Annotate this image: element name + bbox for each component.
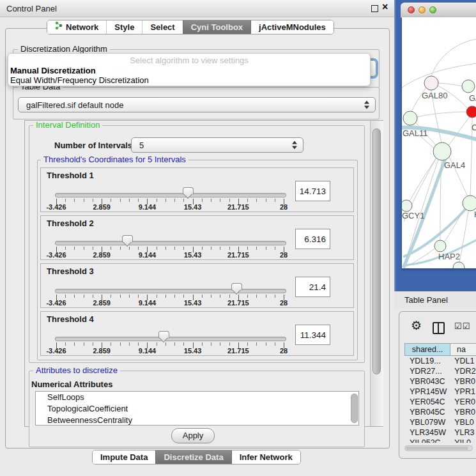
attribute-list-item[interactable]: BetweennessCentrality — [36, 415, 358, 426]
tick-mark — [165, 199, 166, 202]
network-node-gcy1[interactable] — [402, 200, 412, 211]
algorithm-option-manual[interactable]: Manual Discretization — [10, 66, 96, 75]
network-node-gal4[interactable] — [433, 142, 451, 160]
close-traffic-light-icon[interactable] — [408, 6, 415, 13]
cell-shared-name: YLR345W — [404, 427, 450, 438]
column-split-icon[interactable] — [433, 322, 445, 334]
combo-arrows-icon — [364, 101, 369, 109]
network-node-h[interactable] — [463, 196, 476, 211]
zoom-traffic-light-icon[interactable] — [429, 6, 436, 13]
minimize-traffic-light-icon[interactable] — [418, 6, 426, 13]
table-row[interactable]: YBR043CYBR0 — [404, 376, 476, 387]
table-row[interactable]: YIL052CYIL0 — [404, 438, 476, 443]
table-data-combobox[interactable]: galFiltered.sif default node — [18, 97, 376, 112]
network-node[interactable] — [453, 262, 464, 268]
network-node-c[interactable] — [466, 106, 476, 118]
network-window-titlebar[interactable] — [401, 3, 476, 18]
float-window-icon[interactable] — [371, 5, 378, 12]
network-node-hap2[interactable] — [434, 240, 446, 252]
table-row[interactable]: YDR27...YDR2 — [404, 366, 476, 376]
tab-discretize-data[interactable]: Discretize Data — [155, 450, 231, 464]
tick-mark — [93, 199, 93, 202]
tick-label: 15.43 — [184, 347, 202, 355]
tick-mark — [157, 199, 157, 202]
threshold-panel-2: Threshold 2-3.4262.8599.14415.4321.71528… — [40, 215, 354, 260]
tick-label: -3.426 — [46, 251, 66, 259]
checkbox-icons[interactable]: ☑☑ — [454, 321, 470, 331]
threshold-value-field[interactable]: 11.344 — [295, 325, 330, 345]
cell-shared-name: YDL19... — [404, 356, 450, 366]
tick-label: 9.144 — [139, 347, 157, 355]
cell-name: YER0 — [450, 397, 476, 407]
slider-track[interactable] — [55, 289, 286, 293]
tab-impute-data[interactable]: Impute Data — [93, 450, 155, 464]
numerical-attributes-list[interactable]: SelfLoopsTopologicalCoefficientBetweenne… — [35, 391, 359, 426]
network-node-ga[interactable] — [462, 80, 475, 93]
number-of-intervals-combobox[interactable]: 5 — [131, 137, 303, 153]
table-row[interactable]: YDL19...YDL1 — [404, 356, 476, 366]
vertical-scrollbar[interactable] — [370, 121, 383, 426]
tick-mark — [65, 342, 66, 346]
threshold-value-field[interactable]: 14.713 — [295, 181, 330, 201]
network-node-gal11[interactable] — [403, 111, 417, 125]
slider-track[interactable] — [55, 337, 286, 341]
settings-gear-icon[interactable]: ⚙ — [411, 319, 422, 332]
tick-mark — [266, 342, 266, 346]
slider-handle[interactable] — [183, 187, 194, 194]
cell-shared-name: YPR145W — [404, 387, 450, 397]
tick-label: -3.426 — [46, 203, 66, 211]
slider-handle[interactable] — [231, 283, 242, 290]
tick-mark — [165, 342, 166, 346]
horizontal-scrollbar-thumb[interactable] — [406, 447, 468, 450]
tick-mark — [129, 342, 130, 346]
tick-label: 28 — [280, 299, 288, 307]
tab-network[interactable]: Network — [47, 20, 106, 34]
horizontal-scrollbar[interactable] — [404, 445, 473, 451]
list-scrollbar[interactable] — [350, 393, 357, 424]
tick-label: 9.144 — [139, 251, 157, 259]
table-data-value: galFiltered.sif default node — [26, 100, 123, 110]
tab-jactivemnodules[interactable]: jActiveMNodules — [250, 20, 334, 34]
algorithm-option-equal-width[interactable]: Equal Width/Frequency Discretization — [10, 75, 149, 85]
node-label: GA — [469, 93, 476, 103]
tick-mark — [157, 295, 157, 298]
cell-shared-name: YDR27... — [404, 366, 450, 376]
vertical-scrollbar-thumb[interactable] — [372, 128, 381, 374]
table-row[interactable]: YPR145WYPR1 — [404, 387, 476, 397]
node-label: GAL4 — [444, 160, 465, 170]
tick-mark — [111, 295, 111, 298]
tick-mark — [183, 199, 184, 202]
slider-track[interactable] — [55, 193, 286, 197]
threshold-value-field[interactable]: 6.316 — [295, 229, 330, 249]
tab-style[interactable]: Style — [106, 20, 142, 34]
column-header-name[interactable]: na — [450, 343, 476, 356]
tick-mark — [247, 342, 248, 346]
tick-mark — [183, 295, 184, 298]
network-canvas[interactable]: GAL80GACGAL11GAL4GCY1HHAP2 — [402, 17, 476, 268]
list-scrollbar-thumb[interactable] — [351, 394, 358, 423]
tick-mark — [138, 247, 139, 250]
table-row[interactable]: YLR345WYLR3 — [404, 427, 476, 438]
tick-mark — [138, 342, 139, 346]
table-panel-title: Table Panel — [404, 295, 448, 305]
tab-infer-network[interactable]: Infer Network — [231, 450, 300, 464]
close-icon[interactable]: × — [382, 1, 388, 13]
tab-cyni-toolbox[interactable]: Cyni Toolbox — [183, 20, 250, 34]
network-node-gal80[interactable] — [424, 76, 438, 90]
slider-handle[interactable] — [122, 235, 133, 242]
table-row[interactable]: YER054CYER0 — [404, 397, 476, 407]
tick-mark — [65, 199, 66, 202]
threshold-value-field[interactable]: 21.4 — [295, 277, 330, 297]
tab-select[interactable]: Select — [142, 20, 182, 34]
attribute-list-item[interactable]: TopologicalCoefficient — [36, 403, 358, 415]
table-row[interactable]: YBR045CYBR0 — [404, 407, 476, 417]
thresholds-group-title: Threshold's Coordinates for 5 Intervals — [41, 155, 188, 164]
panel-title: Control Panel — [6, 4, 57, 13]
attribute-list-item[interactable]: SelfLoops — [36, 392, 358, 403]
apply-button[interactable]: Apply — [171, 428, 215, 443]
table-row[interactable]: YBL079WYBL0 — [404, 417, 476, 427]
slider-handle[interactable] — [158, 331, 169, 338]
slider-track[interactable] — [55, 241, 286, 245]
column-header-shared[interactable]: shared... — [404, 343, 450, 356]
tick-mark — [229, 199, 230, 202]
